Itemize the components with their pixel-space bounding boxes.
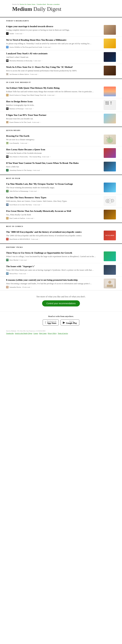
bookmark-icon[interactable]: +: [55, 94, 56, 96]
pub-icon: DG: [6, 94, 8, 96]
section-label-editors: EDITORS' PICKS: [6, 246, 23, 248]
article-item: I'm Nine Months Late, But 'My Octopus Te…: [0, 181, 122, 194]
article-title[interactable]: Work In A Flow State For 2+ Hours Per Da…: [6, 66, 101, 69]
bookmark-icon[interactable]: +: [33, 108, 34, 110]
svg-point-2: [110, 102, 112, 103]
article-title[interactable]: An Eckhart Tolle Quote That Relaxes My E…: [6, 86, 101, 90]
article-title[interactable]: The '3000 AD Encyclopedia' and the histo…: [6, 230, 101, 234]
pub-name[interactable]: Karen Nimmo in On The Couch: [10, 121, 31, 123]
article-item: How Lorna Slater Became a Queer Icon And…: [0, 146, 122, 160]
become-member-link[interactable]: Unsubscribed · Become a member: [36, 3, 60, 5]
article-title[interactable]: How to Design Better Icons: [6, 100, 101, 103]
pub-icon: AP: [6, 169, 8, 172]
pub-name[interactable]: Samantha Davies: [10, 286, 21, 288]
terms-link[interactable]: Terms of service: [58, 332, 68, 334]
bookmark-icon[interactable]: +: [42, 60, 42, 62]
article-meta: BA Jari Roomer in Better Advice 9 min re…: [6, 73, 101, 76]
read-time: 6 min read: [20, 259, 27, 261]
article-content: I'm Nine Months Late, But 'My Octopus Te…: [6, 182, 101, 192]
article-excerpt: When I was in college, I was fascinated …: [6, 255, 101, 258]
pub-name[interactable]: Dave Mochel: [10, 259, 18, 261]
pub-name[interactable]: Amardeep Parmar in The Startup: [10, 169, 32, 171]
article-thumbnail: [104, 265, 116, 275]
bookmark-icon[interactable]: +: [38, 73, 39, 75]
pub-name[interactable]: Jessica Wildfire in The Post-grad Surviv…: [10, 46, 42, 48]
article-content: If You Want Your Content To Stand Out, L…: [6, 162, 101, 172]
bookmark-icon[interactable]: +: [41, 204, 42, 206]
article-content: Drawing For The Earth We are now in a cl…: [6, 134, 101, 144]
article-title[interactable]: 4 signs your marriage is headed towards …: [6, 25, 101, 28]
svg-rect-1: [107, 102, 108, 103]
pub-name[interactable]: Insider: [10, 32, 14, 34]
stories-for-label: Stories for Stories for James Jonas · Un…: [6, 2, 116, 5]
pub-icon: JW: [6, 46, 8, 48]
pub-name[interactable]: Liza Donnelly: [10, 142, 19, 144]
bookmark-icon[interactable]: +: [41, 169, 42, 171]
control-recommendations-button[interactable]: Control your recommendations: [42, 300, 80, 306]
pub-name[interactable]: Michalina Bidzinska in Bootcamp: [10, 60, 32, 62]
article-title[interactable]: Go Into The Story Resource: Story Types: [6, 196, 101, 199]
unsubscribe-link[interactable]: Unsubscribe: [6, 332, 14, 334]
bookmark-icon[interactable]: +: [52, 46, 52, 48]
svg-marker-5: [110, 103, 112, 104]
article-title[interactable]: Five Great Movies That Are Actually Hist…: [6, 210, 101, 213]
header-title: Medium Daily Digest: [6, 5, 116, 15]
bookmark-icon[interactable]: +: [38, 190, 38, 192]
username-link[interactable]: Stories for James Jonas: [20, 3, 36, 5]
bookmark-icon[interactable]: +: [28, 259, 28, 261]
pub-icon: PC: [6, 217, 8, 220]
article-title[interactable]: Three Ways to Use Stress & Challenge as …: [6, 252, 101, 254]
article-content: Work In A Flow State For 2+ Hours Per Da…: [6, 66, 101, 76]
article-content: 4 signs your marriage is headed towards …: [6, 25, 101, 35]
article-thumbnail: [104, 134, 116, 144]
pub-name[interactable]: John DeVore in Humanunge: [10, 190, 28, 192]
pub-name[interactable]: David Gerken in Change Your Mind Change …: [10, 94, 46, 96]
help-center-link[interactable]: Help Center: [39, 332, 47, 334]
privacy-link[interactable]: Privacy Policy: [48, 332, 57, 334]
pub-name[interactable]: Devon Price: [10, 273, 18, 274]
section-quick-reads: QUICK READS: [0, 127, 122, 133]
article-title[interactable]: I analyzed Tony Stark's AI voice assista…: [6, 52, 101, 55]
bookmark-icon[interactable]: +: [39, 238, 40, 240]
article-meta: LD Liza Donnelly 3 min read +: [6, 142, 101, 144]
svg-point-12: [111, 199, 114, 202]
switch-weekly-link[interactable]: Switch to the Weekly Digest: [15, 332, 32, 334]
svg-rect-0: [106, 102, 107, 103]
article-excerpt: Have a little fun: [6, 165, 101, 168]
read-time: 9 min read: [19, 273, 26, 274]
svg-rect-4: [107, 103, 108, 104]
article-excerpt: We are now in a climate emergency: [6, 138, 101, 141]
bookmark-icon[interactable]: +: [50, 156, 51, 158]
pub-name[interactable]: Ross Hunter in Noteworthy - The Journal …: [10, 156, 41, 158]
bookmark-icon[interactable]: +: [28, 142, 29, 144]
article-title[interactable]: 9 Signs You Can 99% Trust Your Partner: [6, 114, 101, 117]
read-time: 6 min read: [30, 190, 36, 192]
article-title[interactable]: We're Tired of Reading About How You Bec…: [6, 38, 101, 42]
pub-name[interactable]: Reed Beebe in MEANWHILE: [10, 238, 30, 240]
bookmark-icon[interactable]: +: [40, 121, 41, 123]
article-title[interactable]: The Issues with "Asperger's": [6, 265, 101, 268]
article-title[interactable]: Drawing For The Earth: [6, 134, 101, 138]
app-store-badge[interactable]:  Download on the App Store: [43, 320, 59, 326]
pub-name[interactable]: Scott Myers in Go Into The Story: [10, 204, 32, 206]
pub-icon: LD: [6, 142, 8, 144]
pub-name[interactable]: Paul Combs in FanFars: [10, 217, 25, 219]
article-excerpt: How to access the zone of optimal mental…: [6, 69, 101, 72]
article-title[interactable]: If You Want Your Content To Stand Out, L…: [6, 162, 101, 165]
article-title[interactable]: 8 reasons (within your control) you're n…: [6, 278, 101, 282]
read-time: 9 min read: [30, 73, 37, 75]
bookmark-icon[interactable]: +: [31, 286, 32, 288]
bookmark-icon[interactable]: +: [23, 32, 24, 34]
article-title[interactable]: How Lorna Slater Became a Queer Icon: [6, 148, 101, 151]
google-play-badge[interactable]: ▶ Get it on Google Play: [60, 320, 79, 326]
article-title[interactable]: I'm Nine Months Late, But 'My Octopus Te…: [6, 182, 101, 186]
article-content: Three Ways to Use Stress & Challenge as …: [6, 252, 101, 261]
bookmark-icon[interactable]: +: [27, 273, 28, 274]
pub-name[interactable]: Buninux in Prototypr: [10, 108, 24, 110]
daily-digest-text: Daily Digest: [32, 6, 61, 12]
careers-link[interactable]: Careers: [34, 332, 38, 334]
article-excerpt: Losing complete interest in your spouse …: [6, 29, 101, 32]
section-label-comics: BEST IN COMICS: [6, 226, 23, 227]
bookmark-icon[interactable]: +: [34, 217, 35, 219]
pub-name[interactable]: Jari Roomer in Better Advice: [10, 73, 29, 75]
